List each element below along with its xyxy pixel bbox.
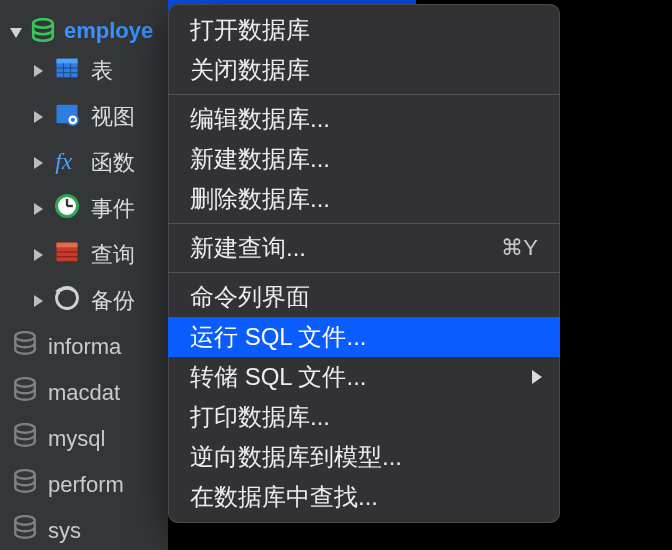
menu-item[interactable]: 命令列界面: [168, 277, 560, 317]
database-entry[interactable]: mysql: [0, 416, 168, 462]
svg-point-9: [71, 118, 75, 122]
menu-item-label: 打印数据库...: [190, 401, 330, 433]
tree-item-backup[interactable]: 备份: [34, 278, 168, 324]
tree-item-label: 查询: [91, 240, 135, 270]
database-icon: [30, 17, 56, 44]
menu-separator: [168, 223, 560, 224]
chevron-right-icon: [34, 157, 43, 169]
tree-item-label: 函数: [91, 148, 135, 178]
chevron-down-icon: [10, 28, 22, 38]
svg-text:fx: fx: [55, 148, 72, 174]
tree-item-query[interactable]: 查询: [34, 232, 168, 278]
database-icon: [12, 423, 38, 455]
view-icon: [53, 100, 81, 134]
database-context-menu[interactable]: 打开数据库关闭数据库编辑数据库...新建数据库...删除数据库...新建查询..…: [168, 4, 560, 523]
svg-point-21: [15, 378, 35, 387]
menu-item[interactable]: 运行 SQL 文件...: [168, 317, 560, 357]
menu-item-label: 新建查询...: [190, 232, 306, 264]
menu-item-label: 转储 SQL 文件...: [190, 361, 366, 393]
backup-icon: [53, 284, 81, 318]
menu-shortcut: ⌘Y: [501, 235, 538, 261]
tree-item-label: 表: [91, 56, 113, 86]
menu-item-label: 删除数据库...: [190, 183, 330, 215]
database-tree-header[interactable]: employe: [0, 0, 168, 48]
menu-item-label: 逆向数据库到模型...: [190, 441, 402, 473]
function-icon: fx: [53, 146, 81, 180]
menu-item-label: 关闭数据库: [190, 54, 310, 86]
svg-point-24: [15, 516, 35, 525]
menu-item[interactable]: 删除数据库...: [168, 179, 560, 219]
svg-rect-15: [57, 243, 78, 248]
database-entry[interactable]: sys: [0, 508, 168, 550]
svg-point-0: [33, 19, 53, 28]
menu-item-label: 在数据库中查找...: [190, 481, 378, 513]
menu-item-label: 运行 SQL 文件...: [190, 321, 366, 353]
chevron-right-icon: [34, 111, 43, 123]
menu-separator: [168, 94, 560, 95]
database-entry[interactable]: informa: [0, 324, 168, 370]
menu-item-label: 编辑数据库...: [190, 103, 330, 135]
svg-rect-2: [57, 59, 78, 64]
tree-item-event[interactable]: 事件: [34, 186, 168, 232]
menu-item[interactable]: 编辑数据库...: [168, 99, 560, 139]
database-icon: [12, 377, 38, 409]
chevron-right-icon: [34, 295, 43, 307]
database-entry[interactable]: perform: [0, 462, 168, 508]
menu-item[interactable]: 逆向数据库到模型...: [168, 437, 560, 477]
menu-item[interactable]: 在数据库中查找...: [168, 477, 560, 517]
table-icon: [53, 54, 81, 88]
menu-item[interactable]: 打印数据库...: [168, 397, 560, 437]
menu-item[interactable]: 新建查询...⌘Y: [168, 228, 560, 268]
database-entry-label: perform: [48, 472, 124, 498]
tree-item-label: 视图: [91, 102, 135, 132]
database-entry-label: sys: [48, 518, 81, 544]
database-name-label: employe: [64, 18, 153, 44]
database-entry-label: macdat: [48, 380, 120, 406]
database-entry-label: informa: [48, 334, 121, 360]
chevron-right-icon: [34, 249, 43, 261]
menu-item[interactable]: 打开数据库: [168, 10, 560, 50]
menu-item[interactable]: 关闭数据库: [168, 50, 560, 90]
chevron-right-icon: [532, 370, 542, 384]
menu-item[interactable]: 新建数据库...: [168, 139, 560, 179]
chevron-right-icon: [34, 203, 43, 215]
menu-item-label: 打开数据库: [190, 14, 310, 46]
tree-item-label: 备份: [91, 286, 135, 316]
database-tree-sidebar[interactable]: employe 表视图fx函数事件查询备份 informamacdatmysql…: [0, 0, 168, 550]
query-icon: [53, 238, 81, 272]
database-icon: [12, 515, 38, 547]
menu-item-label: 命令列界面: [190, 281, 310, 313]
database-icon: [12, 469, 38, 501]
menu-item-label: 新建数据库...: [190, 143, 330, 175]
tree-item-view[interactable]: 视图: [34, 94, 168, 140]
database-icon: [12, 331, 38, 363]
menu-separator: [168, 272, 560, 273]
menu-item[interactable]: 转储 SQL 文件...: [168, 357, 560, 397]
svg-point-22: [15, 424, 35, 433]
tree-item-function[interactable]: fx函数: [34, 140, 168, 186]
event-icon: [53, 192, 81, 226]
tree-item-label: 事件: [91, 194, 135, 224]
svg-point-20: [15, 332, 35, 341]
database-entry[interactable]: macdat: [0, 370, 168, 416]
chevron-right-icon: [34, 65, 43, 77]
database-entry-label: mysql: [48, 426, 105, 452]
svg-point-23: [15, 470, 35, 479]
tree-item-table[interactable]: 表: [34, 48, 168, 94]
